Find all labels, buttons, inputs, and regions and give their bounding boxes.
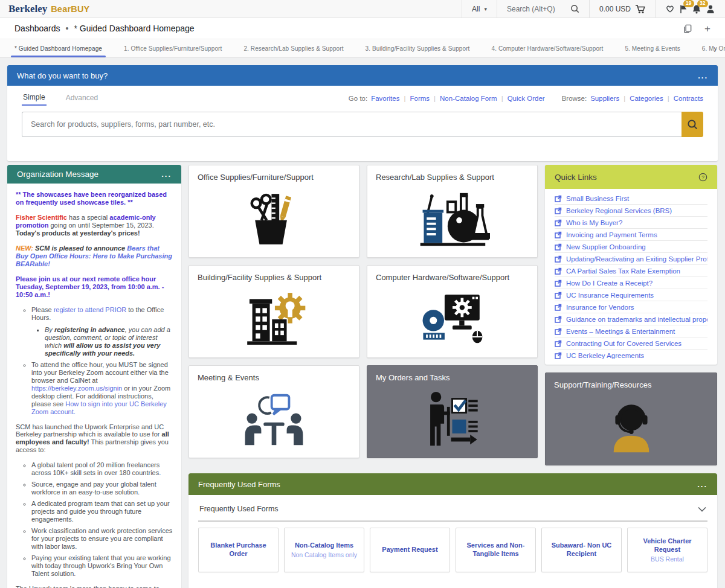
- quick-link-events-meetings-entertainment[interactable]: Events – Meetings & Entertainment: [555, 325, 707, 337]
- action-flag-button[interactable]: 19: [679, 4, 688, 14]
- organization-message-menu-button[interactable]: ...: [161, 170, 172, 179]
- quick-link-who-is-my-buyer[interactable]: Who is My Buyer?: [555, 217, 707, 229]
- org-message-text: A dedicated program team that can set up…: [31, 500, 170, 523]
- quick-link-updating-reactivating-an-exiting-supplier-profile[interactable]: Updating/Reactivating an Exiting Supplie…: [555, 253, 707, 265]
- quick-link-contracting-out-for-covered-services[interactable]: Contracting Out for Covered Services: [555, 337, 707, 350]
- search-icon: [687, 119, 698, 130]
- tile-title: Building/Facility Supplies & Support: [189, 266, 359, 282]
- dashboard-tab-7[interactable]: 6. My Orders & Tasks: [698, 39, 725, 57]
- tile-office-supplies-furniture-support[interactable]: Office Supplies/Furniture/Support: [188, 165, 359, 258]
- tab-advanced-search[interactable]: Advanced: [65, 91, 99, 105]
- breadcrumb-dashboards[interactable]: Dashboards: [14, 24, 60, 33]
- separator: |: [624, 95, 625, 102]
- search-scope-select[interactable]: All ▾: [462, 0, 497, 18]
- org-message-text: By: [45, 326, 54, 333]
- notifications-button[interactable]: 32: [692, 4, 701, 14]
- dashboard-tabs: * Guided Dashboard Homepage1. Office Sup…: [11, 39, 710, 57]
- form-card-blanket-purchase-order[interactable]: Blanket Purchase Order: [198, 528, 279, 572]
- global-search-placeholder: Search (Alt+Q): [507, 5, 555, 13]
- quick-link-small-business-first[interactable]: Small Business First: [555, 193, 707, 205]
- frequently-used-forms-title: Frequently Used Forms: [198, 480, 280, 489]
- goto-link-quick-order[interactable]: Quick Order: [507, 95, 545, 102]
- quick-link-label: Berkeley Regional Services (BRS): [566, 207, 672, 214]
- tile-research-lab-supplies-support[interactable]: Research/Lab Supplies & Support: [367, 165, 538, 258]
- quick-link-insurance-for-vendors[interactable]: Insurance for Vendors: [555, 301, 707, 313]
- org-message-text: SCM has launched the Upwork Enterprise a…: [16, 423, 164, 438]
- quick-links-title: Quick Links: [555, 173, 597, 182]
- org-message-text: To attend the office hour, you MUST be s…: [31, 361, 169, 384]
- help-icon[interactable]: ?: [698, 173, 707, 182]
- tile-building-facility-supplies-support[interactable]: Building/Facility Supplies & Support: [188, 265, 359, 358]
- product-search-input[interactable]: [22, 112, 682, 137]
- dashboard-content: Organization Message ... ** The showcase…: [7, 165, 718, 588]
- quick-links-list: Small Business FirstBerkeley Regional Se…: [545, 189, 717, 365]
- org-message-list-item: Source, engage and pay your global talen…: [31, 481, 173, 496]
- search-button[interactable]: [682, 112, 703, 137]
- separator: |: [501, 95, 503, 102]
- cart-icon: [635, 4, 645, 14]
- dashboard-tab-5[interactable]: 4. Computer Hardware/Software/Support: [488, 39, 607, 57]
- notifications-badge: 32: [697, 0, 708, 7]
- external-link-icon: [555, 267, 562, 275]
- dashboard-tab-6[interactable]: 5. Meeting & Events: [621, 39, 683, 57]
- breadcrumb-separator: •: [66, 24, 69, 33]
- form-card-vehicle-charter-request[interactable]: Vehicle Charter RequestBUS Rental: [627, 528, 707, 572]
- form-card-services-and-non-tangible-items[interactable]: Services and Non-Tangible Items: [456, 528, 536, 572]
- goto-link-favorites[interactable]: Favorites: [371, 95, 399, 102]
- tab-simple-search[interactable]: Simple: [22, 91, 47, 106]
- form-card-non-catalog-items[interactable]: Non-Catalog ItemsNon Catalog Items only: [284, 528, 364, 572]
- org-message-text: Source, engage and pay your global talen…: [31, 481, 156, 496]
- tile-support-training-resources[interactable]: Support/Training/Resources: [545, 372, 717, 465]
- quick-link-label: Contracting Out for Covered Services: [566, 340, 682, 347]
- browse-link-suppliers[interactable]: Suppliers: [590, 95, 619, 102]
- quick-link-new-supplier-onboarding[interactable]: New Supplier Onboarding: [555, 241, 707, 253]
- favorites-heart-icon[interactable]: [665, 4, 675, 13]
- browse-link-categories[interactable]: Categories: [630, 95, 663, 102]
- quick-link-invoicing-and-payment-terms[interactable]: Invoicing and Payment Terms: [555, 229, 707, 241]
- copy-dashboard-icon[interactable]: [683, 24, 692, 34]
- quick-link-how-do-i-create-a-receipt[interactable]: How Do I Create a Receipt?: [555, 277, 707, 289]
- tile-computer-hardware-software-support[interactable]: Computer Hardware/Software/Support: [367, 265, 538, 358]
- org-message-link[interactable]: https://berkeley.zoom.us/signin: [31, 385, 122, 392]
- browse-link-contracts[interactable]: Contracts: [674, 95, 703, 102]
- goto-link-forms[interactable]: Forms: [410, 95, 430, 102]
- forms-menu-button[interactable]: ...: [697, 480, 707, 489]
- tile-title: Research/Lab Supplies & Support: [367, 165, 537, 182]
- dashboard-tab-4[interactable]: 3. Building/Facility Supplies & Support: [362, 39, 474, 57]
- dashboard-tab-2[interactable]: 1. Office Supplies/Furniture/Support: [120, 39, 225, 57]
- quick-link-ca-partial-sales-tax-rate-exemption[interactable]: CA Partial Sales Tax Rate Exemption: [555, 265, 707, 277]
- showcase-menu-button[interactable]: ...: [698, 71, 708, 80]
- quick-link-label: Updating/Reactivating an Exiting Supplie…: [566, 255, 707, 263]
- org-message-paragraph: SCM has launched the Upwork Enterprise a…: [16, 423, 173, 455]
- dashboard-tab-3[interactable]: 2. Research/Lab Supplies & Support: [240, 39, 347, 57]
- dashboard-tab-1[interactable]: * Guided Dashboard Homepage: [11, 39, 106, 57]
- frequently-used-forms-header: Frequently Used Forms ...: [188, 473, 717, 495]
- quick-links-header: Quick Links ?: [545, 165, 717, 189]
- cart-summary[interactable]: 0.00 USD: [589, 0, 655, 18]
- tile-meeting-events[interactable]: Meeting & Events: [188, 365, 359, 458]
- org-message-text: going on until September 15, 2023.: [48, 222, 153, 229]
- tile-my-orders-and-tasks[interactable]: My Orders and Tasks: [367, 365, 538, 458]
- form-card-subtext: Non Catalog Items only: [291, 551, 357, 558]
- dashboard-tabs-bar: * Guided Dashboard Homepage1. Office Sup…: [0, 39, 725, 58]
- org-message-text: ** The showcases have been reorganized b…: [16, 191, 167, 206]
- add-dashboard-icon[interactable]: +: [704, 24, 710, 34]
- tile-grid: Office Supplies/Furniture/SupportResearc…: [188, 165, 538, 458]
- form-card-subaward-non-uc-recipient[interactable]: Subaward- Non UC Recipient: [541, 528, 622, 572]
- chevron-down-icon[interactable]: [698, 507, 706, 512]
- quick-link-uc-insurance-requirements[interactable]: UC Insurance Requirements: [555, 289, 707, 301]
- org-message-list: A global talent pool of 20 million freel…: [16, 461, 173, 578]
- org-message-link[interactable]: register to attend PRIOR: [54, 306, 126, 313]
- goto-link-non-catalog-form[interactable]: Non-Catalog Form: [440, 95, 497, 102]
- form-card-payment-request[interactable]: Payment Request: [370, 528, 450, 572]
- global-search-field[interactable]: Search (Alt+Q): [497, 0, 589, 18]
- cart-total: 0.00 USD: [599, 5, 631, 13]
- org-message-list-item: A dedicated program team that can set up…: [31, 500, 173, 523]
- quick-link-guidance-on-trademarks-and-intellectual-property[interactable]: Guidance on trademarks and intellectual …: [555, 313, 707, 325]
- quick-link-berkeley-regional-services-brs[interactable]: Berkeley Regional Services (BRS): [555, 205, 707, 217]
- right-column: Quick Links ? Small Business FirstBerkel…: [545, 165, 717, 465]
- support-training-resources-icon: [546, 392, 717, 461]
- organization-message-header: Organization Message ...: [7, 165, 181, 184]
- bearbuy-logo[interactable]: Berkeley BearBUY: [8, 3, 89, 15]
- quick-link-uc-berkeley-agreements[interactable]: UC Berkeley Agreements: [555, 350, 707, 361]
